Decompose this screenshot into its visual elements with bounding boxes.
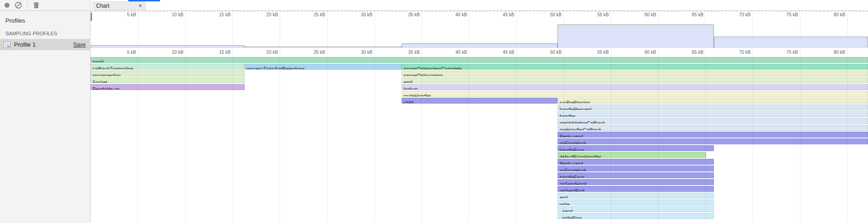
flame-bar-label: handler bbox=[558, 114, 575, 117]
flame-bar[interactable]: lookup bbox=[402, 84, 868, 90]
flame-bar[interactable]: emit bbox=[402, 77, 868, 83]
ruler-tick-label: 60 kB bbox=[620, 50, 656, 55]
flame-bar-label: onErrorHook bbox=[558, 168, 587, 171]
flame-bar[interactable]: handleError bbox=[558, 172, 713, 178]
flame-bar-label: Readable.on bbox=[91, 86, 120, 90]
ruler-tick-label: 45 kB bbox=[478, 12, 514, 17]
flame-bar[interactable]: callbackTrampoline bbox=[91, 64, 245, 70]
flame-bar[interactable]: Reply.send bbox=[558, 132, 868, 138]
flame-bar-label: lookup bbox=[402, 86, 417, 90]
flame-bar[interactable]: _writeRaw bbox=[558, 213, 713, 219]
ruler-tick-label: 60 kB bbox=[620, 12, 656, 17]
ruler-tick-label: 50 kB bbox=[525, 50, 562, 55]
flame-bar[interactable]: onErrorHook bbox=[558, 138, 868, 144]
flame-bar-label: onSendEnd bbox=[558, 188, 584, 192]
toolbar-separator bbox=[27, 2, 28, 9]
grid-line bbox=[233, 13, 233, 57]
grid-line bbox=[374, 57, 375, 223]
flame-bar-label: _writeRaw bbox=[558, 215, 582, 219]
ruler-tick-label: 70 kB bbox=[714, 12, 751, 17]
flame-bar[interactable]: preHandlerCallback bbox=[558, 125, 868, 131]
flame-bar[interactable]: routeHandler bbox=[402, 91, 868, 97]
ruler-tick-label: 75 kB bbox=[762, 12, 798, 17]
trash-icon[interactable] bbox=[33, 2, 39, 9]
flame-bar[interactable]: processTicksAndRejections bbox=[245, 64, 402, 70]
ruler-tick-label: 55 kB bbox=[572, 12, 609, 17]
grid-line bbox=[138, 57, 138, 223]
flame-bar-label: preValidationCallback bbox=[558, 120, 605, 124]
clear-all-icon[interactable] bbox=[15, 2, 22, 9]
ruler-tick-label: 30 kB bbox=[336, 50, 373, 55]
ruler-tick-label: 5 kB bbox=[100, 12, 136, 17]
flame-bar-label: onconnection bbox=[91, 73, 121, 76]
grid-line bbox=[327, 13, 328, 57]
flame-bar-label: emit bbox=[402, 80, 412, 83]
flame-bar[interactable]: Reply.send bbox=[558, 159, 713, 165]
flame-bar[interactable]: Socket bbox=[91, 77, 245, 83]
grid-line bbox=[185, 13, 186, 57]
flame-bar-label: onSendHook bbox=[558, 181, 587, 185]
grid-line bbox=[800, 13, 800, 57]
flame-bar-label: write_ bbox=[558, 202, 572, 205]
profile-name: Profile 1 bbox=[14, 41, 36, 48]
flame-bar[interactable]: preValidationCallback bbox=[558, 118, 868, 124]
flame-bar[interactable]: _send bbox=[558, 206, 713, 212]
record-icon[interactable] bbox=[5, 3, 10, 8]
grid-line bbox=[658, 57, 659, 223]
overview-step bbox=[91, 45, 245, 47]
flame-graph[interactable]: (root)callbackTrampolineprocessTicksAndR… bbox=[91, 57, 868, 223]
grid-line bbox=[138, 13, 138, 57]
overview-band[interactable] bbox=[91, 18, 868, 47]
grid-line bbox=[374, 13, 375, 57]
flame-bar-label: runPreParsing bbox=[558, 100, 590, 104]
grid-line bbox=[280, 13, 280, 57]
flame-bar[interactable]: defaultErrorHandler bbox=[558, 152, 706, 158]
flame-bar[interactable]: onSendEnd bbox=[558, 186, 713, 192]
flame-bar[interactable]: parserOnHeadersComplete bbox=[402, 64, 868, 70]
grid-line bbox=[280, 57, 280, 223]
flame-bar-label: Reply.send bbox=[558, 134, 583, 138]
ruler-tick-label: 65 kB bbox=[667, 12, 703, 17]
ruler-tick-label: 80 kB bbox=[809, 12, 845, 17]
flame-bar[interactable]: runPreParsing bbox=[558, 98, 868, 104]
flame-bar[interactable]: handleError bbox=[558, 145, 713, 151]
sidebar: Profiles SAMPLING PROFILES % Profile 1 S… bbox=[0, 11, 91, 223]
chart-ruler: 5 kB10 kB15 kB20 kB25 kB30 kB35 kB40 kB4… bbox=[91, 47, 868, 57]
grid-line bbox=[752, 13, 753, 57]
flame-bar[interactable]: (root) bbox=[91, 57, 868, 63]
ruler-tick-label: 65 kB bbox=[667, 50, 703, 55]
flame-bar[interactable]: handler bbox=[558, 111, 868, 117]
profiles-title: Profiles bbox=[5, 17, 25, 24]
flame-bar[interactable]: child bbox=[402, 98, 558, 104]
save-link[interactable]: Save bbox=[73, 42, 86, 48]
view-mode-select[interactable]: Chart ▼ bbox=[92, 1, 146, 10]
flame-bar[interactable]: onconnection bbox=[91, 71, 245, 76]
ruler-tick-label: 70 kB bbox=[714, 50, 751, 55]
flame-bar-label: handleError bbox=[558, 175, 584, 178]
grid-line bbox=[233, 57, 233, 223]
flame-bar-label: routeHandler bbox=[402, 93, 431, 97]
ruler-tick-label: 50 kB bbox=[525, 12, 562, 17]
flame-bar[interactable]: parserOnIncoming bbox=[402, 71, 868, 76]
flame-bar[interactable]: onErrorHook bbox=[558, 166, 713, 171]
ruler-tick-label: 55 kB bbox=[572, 50, 609, 55]
flame-bar-label: Socket bbox=[91, 80, 107, 83]
chevron-down-icon: ▼ bbox=[138, 4, 142, 8]
flame-bar[interactable]: Readable.on bbox=[91, 84, 245, 90]
flame-bar[interactable]: end bbox=[558, 193, 713, 199]
scroll-handle[interactable] bbox=[91, 13, 92, 21]
flame-bar[interactable]: write_ bbox=[558, 199, 713, 205]
grid-line bbox=[327, 57, 328, 223]
flame-bar[interactable]: handleRequest bbox=[558, 104, 868, 110]
sidebar-item-profile-1[interactable]: % Profile 1 Save bbox=[0, 39, 90, 50]
grid-line bbox=[752, 57, 753, 223]
ruler-tick-label: 5 kB bbox=[100, 50, 136, 55]
flame-bar[interactable]: onSendHook bbox=[558, 179, 713, 185]
flame-bar-label: end bbox=[558, 195, 567, 199]
grid-line bbox=[422, 13, 422, 57]
view-mode-value: Chart bbox=[96, 3, 109, 9]
flame-bar-label: defaultErrorHandler bbox=[558, 154, 601, 158]
sampling-profiles-header: SAMPLING PROFILES bbox=[5, 31, 57, 36]
flame-bar-label: _send bbox=[558, 209, 572, 212]
grid-line bbox=[563, 57, 564, 223]
